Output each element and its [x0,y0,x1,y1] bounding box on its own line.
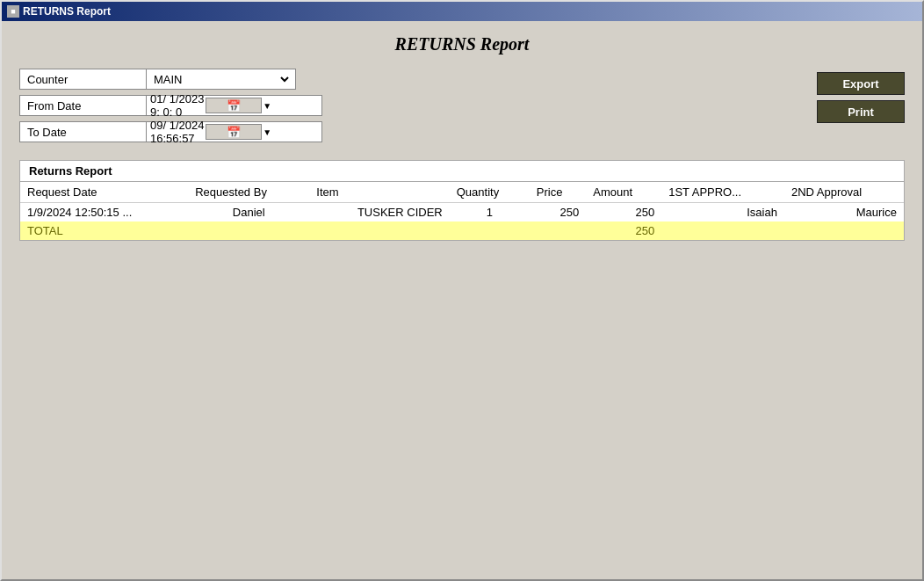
table-row: 1/9/2024 12:50:15 ... Daniel TUSKER CIDE… [20,203,904,222]
counter-select[interactable]: MAIN BAR RESTAURANT [150,72,292,87]
table-header-row: Request Date Requested By Item Quantity … [20,182,904,203]
form-area: Counter MAIN BAR RESTAURANT From Date 01… [19,69,905,148]
cell-approval1: Isaiah [661,203,784,222]
col-approval2: 2ND Approval [784,182,904,203]
report-section: Returns Report Request Date Requested By… [19,160,905,241]
counter-label: Counter [19,69,147,90]
report-section-title: Returns Report [20,161,904,182]
buttons-area: Export Print [817,72,905,123]
report-table: Request Date Requested By Item Quantity … [20,182,904,240]
to-date-value: 09/ 1/2024 16:56:57 [150,119,206,145]
total-amount: 250 [586,222,661,240]
to-date-row: To Date 09/ 1/2024 16:56:57 📅 ▼ [19,121,799,142]
from-date-input[interactable]: 01/ 1/2023 9: 0: 0 📅 ▼ [147,95,322,116]
from-date-dropdown-icon[interactable]: ▼ [263,101,318,111]
col-amount: Amount [586,182,661,203]
page-title: RETURNS Report [19,34,905,54]
cell-price: 250 [530,203,586,222]
col-price: Price [530,182,586,203]
window: ■ RETURNS Report RETURNS Report Counter … [0,0,924,581]
content-area: RETURNS Report Counter MAIN BAR RESTAURA… [2,21,922,258]
total-row: TOTAL 250 [20,222,904,240]
from-date-calendar-icon[interactable]: 📅 [206,98,263,113]
to-date-input[interactable]: 09/ 1/2024 16:56:57 📅 ▼ [147,121,322,142]
to-date-dropdown-icon[interactable]: ▼ [263,127,318,137]
to-date-label: To Date [19,121,147,142]
col-requested-by: Requested By [188,182,309,203]
total-label: TOTAL [20,222,188,240]
from-date-label: From Date [19,95,147,116]
col-item: Item [309,182,449,203]
window-title: RETURNS Report [23,5,111,18]
cell-quantity: 1 [450,203,530,222]
col-request-date: Request Date [20,182,188,203]
cell-approval2: Maurice [784,203,904,222]
export-button[interactable]: Export [817,72,905,95]
counter-row: Counter MAIN BAR RESTAURANT [19,69,799,90]
counter-select-wrapper[interactable]: MAIN BAR RESTAURANT [147,69,296,90]
window-icon: ■ [7,5,19,18]
form-fields: Counter MAIN BAR RESTAURANT From Date 01… [19,69,799,148]
from-date-value: 01/ 1/2023 9: 0: 0 [150,92,206,119]
cell-requested-by: Daniel [188,203,309,222]
print-button[interactable]: Print [817,100,905,123]
col-quantity: Quantity [450,182,530,203]
cell-amount: 250 [586,203,661,222]
title-bar: ■ RETURNS Report [2,2,922,21]
col-approval1: 1ST APPRO... [661,182,784,203]
cell-request-date: 1/9/2024 12:50:15 ... [20,203,188,222]
from-date-row: From Date 01/ 1/2023 9: 0: 0 📅 ▼ [19,95,799,116]
to-date-calendar-icon[interactable]: 📅 [206,124,263,140]
cell-item: TUSKER CIDER [309,203,449,222]
